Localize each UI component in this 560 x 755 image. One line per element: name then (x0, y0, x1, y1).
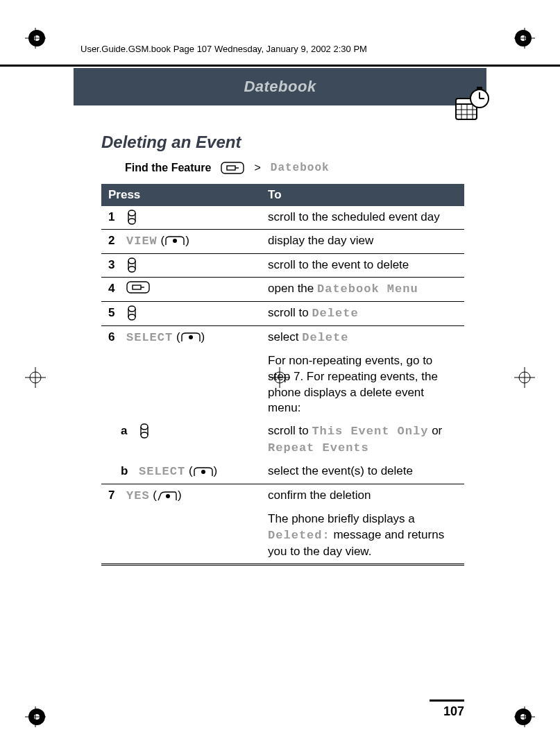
svg-point-61 (141, 432, 148, 438)
cell-press: 4 (101, 277, 261, 301)
steps-table: Press To 1scroll to the scheduled event … (101, 184, 464, 566)
cell-to: For non-repeating events, go to step 7. … (261, 350, 464, 421)
table-row: ascroll to This Event Only or Repeat Eve… (101, 420, 464, 460)
svg-point-65 (166, 494, 170, 498)
feature-label: Find the Feature (125, 162, 211, 174)
softdot-icon (193, 466, 214, 477)
softdot-icon (180, 332, 201, 343)
svg-point-44 (128, 219, 135, 224)
cell-to: scroll to the event to delete (261, 253, 464, 277)
softleft-icon (157, 491, 178, 502)
svg-point-55 (128, 306, 135, 312)
svg-rect-40 (221, 162, 244, 173)
menukey-icon (126, 281, 150, 294)
cell-to: scroll to Delete (261, 301, 464, 325)
running-header: User.Guide.GSM.book Page 107 Wednesday, … (80, 44, 367, 54)
top-rule (0, 65, 560, 67)
svg-point-64 (201, 470, 205, 474)
cell-press: 5 (101, 301, 261, 325)
softdot-icon (164, 235, 185, 246)
scroll-icon (126, 305, 137, 321)
menu-key-icon (221, 162, 244, 174)
feature-target: Datebook (271, 162, 330, 174)
table-row: 2VIEW ()display the day view (101, 229, 464, 253)
crop-mark-icon (25, 367, 46, 388)
cell-to: scroll to the scheduled event day (261, 206, 464, 229)
table-row: The phone briefly displays a Deleted: me… (101, 508, 464, 564)
table-row: 6SELECT ()select Delete (101, 325, 464, 349)
svg-rect-39 (477, 87, 482, 90)
svg-point-60 (141, 424, 148, 430)
crop-mark-icon (25, 28, 46, 49)
scroll-icon (126, 257, 137, 273)
cell-to: The phone briefly displays a Deleted: me… (261, 508, 464, 564)
svg-point-43 (128, 210, 135, 216)
crop-mark-icon (514, 367, 535, 388)
cell-to: display the day view (261, 229, 464, 253)
section-heading: Deleting an Event (101, 133, 464, 152)
chapter-banner: Datebook (74, 68, 486, 105)
scroll-icon (139, 423, 150, 439)
page-number: 107 (430, 699, 464, 719)
crop-mark-icon (514, 706, 535, 727)
table-row: 4open the Datebook Menu (101, 277, 464, 301)
gt-separator: > (254, 162, 260, 174)
svg-point-56 (128, 314, 135, 320)
table-row: 3scroll to the event to delete (101, 253, 464, 277)
cell-to: confirm the deletion (261, 484, 464, 508)
cell-press: 3 (101, 253, 261, 277)
table-row: 5scroll to Delete (101, 301, 464, 325)
table-row: bSELECT ()select the event(s) to delete (101, 460, 464, 484)
page: User.Guide.GSM.book Page 107 Wednesday, … (0, 0, 560, 755)
svg-point-48 (128, 258, 135, 264)
cell-to: select the event(s) to delete (261, 460, 464, 484)
cell-press: a (101, 420, 261, 460)
svg-rect-52 (127, 282, 149, 293)
svg-point-47 (173, 239, 177, 243)
svg-point-59 (189, 335, 193, 339)
crop-mark-icon (514, 28, 535, 49)
cell-to: scroll to This Event Only or Repeat Even… (261, 420, 464, 460)
table-row: 7YES ()confirm the deletion (101, 484, 464, 508)
col-press: Press (101, 184, 261, 206)
cell-press: bSELECT () (101, 460, 261, 484)
cell-press: 6SELECT () (101, 325, 261, 349)
cell-press (101, 350, 261, 421)
cell-press: 1 (101, 206, 261, 229)
cell-to: open the Datebook Menu (261, 277, 464, 301)
table-row: For non-repeating events, go to step 7. … (101, 350, 464, 421)
cell-press: 2VIEW () (101, 229, 261, 253)
content-area: Deleting an Event Find the Feature > Dat… (101, 128, 464, 566)
cell-press (101, 508, 261, 564)
table-row: 1scroll to the scheduled event day (101, 206, 464, 229)
crop-mark-icon (25, 706, 46, 727)
find-the-feature: Find the Feature > Datebook (125, 162, 464, 174)
chapter-title: Datebook (244, 78, 316, 96)
col-to: To (261, 184, 464, 206)
scroll-icon (126, 210, 137, 225)
datebook-clock-icon (452, 85, 492, 125)
cell-press: 7YES () (101, 484, 261, 508)
svg-point-49 (128, 266, 135, 272)
cell-to: select Delete (261, 325, 464, 349)
